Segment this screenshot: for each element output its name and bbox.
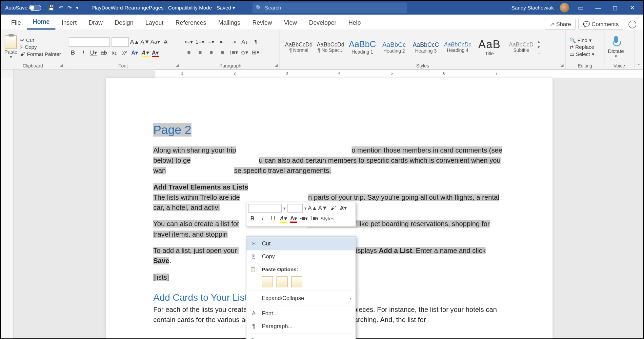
mini-clear-format-icon[interactable]: A̷▾ — [339, 204, 348, 213]
ctx-paragraph[interactable]: ¶Paragraph... — [246, 320, 356, 333]
mini-underline-button[interactable]: U — [269, 214, 277, 223]
subscript-button[interactable]: x₂ — [110, 48, 118, 57]
italic-button[interactable]: I — [79, 48, 87, 57]
strike-button[interactable]: ab — [100, 48, 108, 57]
style-heading-3[interactable]: AaBbCcCHeading 3 — [410, 35, 441, 59]
tab-references[interactable]: References — [169, 16, 212, 30]
mini-bullets-button[interactable]: •≡▾ — [300, 214, 308, 223]
paste-button[interactable]: Paste ▼ — [4, 35, 18, 59]
ribbon-display-icon[interactable]: ▭ — [575, 4, 586, 11]
horizontal-ruler[interactable]: 1234567 — [1, 69, 643, 78]
style-heading-4[interactable]: AaBbCcDcHeading 4 — [442, 35, 473, 59]
close-icon[interactable]: ✕ — [627, 4, 638, 11]
decrease-indent-button[interactable]: ⇤ — [218, 38, 226, 46]
multilevel-button[interactable]: ≡▾ — [207, 38, 216, 46]
font-name-input[interactable] — [69, 37, 110, 47]
replace-button[interactable]: ⇄Replace — [569, 44, 595, 50]
paste-keep-source-icon[interactable] — [262, 276, 273, 287]
copy-button[interactable]: ⎘Copy — [20, 44, 61, 50]
bullets-button[interactable]: •≡▾ — [185, 38, 193, 46]
style-heading-2[interactable]: AaBbCcHeading 2 — [379, 35, 409, 59]
heading-page2[interactable]: Page 2 — [153, 123, 191, 137]
redo-icon[interactable]: ↷ — [67, 5, 72, 11]
ctx-expand-collapse[interactable]: Expand/Collapse› — [246, 292, 356, 305]
find-button[interactable]: 🔍Find ▾ — [569, 37, 595, 43]
increase-indent-button[interactable]: ⇥ — [229, 38, 238, 46]
align-right-button[interactable]: ≡ — [207, 48, 216, 56]
font-size-input[interactable] — [112, 37, 129, 47]
grow-font-icon[interactable]: A▲ — [130, 38, 139, 46]
undo-icon[interactable]: ↶ — [59, 5, 63, 11]
mini-shrink-font-icon[interactable]: A▼ — [319, 204, 327, 213]
tab-design[interactable]: Design — [109, 16, 140, 30]
tab-help[interactable]: Help — [342, 16, 367, 30]
shrink-font-icon[interactable]: A▼ — [141, 38, 149, 46]
ctx-cut[interactable]: ✂Cut — [246, 237, 356, 250]
borders-button[interactable]: ⊞▾ — [251, 48, 260, 56]
collapse-ribbon-icon[interactable]: ˄ — [635, 30, 643, 69]
tab-mailings[interactable]: Mailings — [212, 16, 246, 30]
mini-numbering-button[interactable]: 1≡▾ — [310, 214, 318, 223]
change-case-icon[interactable]: Aa▾ — [151, 38, 160, 46]
style-subtitle[interactable]: AaBbCcDSubtitle — [506, 35, 537, 59]
mini-size-input[interactable] — [287, 204, 303, 213]
dialog-launcher-icon[interactable]: ◢ — [561, 63, 564, 67]
tab-developer[interactable]: Developer — [303, 16, 342, 30]
mini-font-input[interactable] — [248, 204, 282, 213]
justify-button[interactable]: ≡ — [218, 48, 226, 56]
format-painter-button[interactable]: 🖌Format Painter — [20, 51, 61, 57]
tab-review[interactable]: Review — [246, 16, 278, 30]
cut-button[interactable]: ✂Cut — [20, 37, 61, 43]
style-heading-1[interactable]: AaBbCHeading 1 — [347, 35, 378, 59]
mini-highlight-button[interactable]: A▾ — [279, 214, 287, 223]
bold-button[interactable]: B — [69, 48, 77, 57]
font-color-button[interactable]: A▾ — [151, 48, 160, 57]
highlight-button[interactable]: A▾ — [141, 48, 149, 57]
superscript-button[interactable]: x² — [120, 48, 129, 57]
mini-format-painter-icon[interactable]: 🖌 — [329, 204, 337, 213]
paste-merge-icon[interactable] — [277, 276, 288, 287]
show-marks-button[interactable]: ¶ — [251, 38, 260, 46]
mini-italic-button[interactable]: I — [258, 214, 267, 223]
tab-insert[interactable]: Insert — [56, 16, 83, 30]
underline-button[interactable]: U▾ — [89, 48, 98, 57]
text-effects-button[interactable]: A▾ — [130, 48, 139, 57]
shading-button[interactable]: ◇▾ — [240, 48, 249, 56]
dialog-launcher-icon[interactable]: ◢ — [60, 63, 63, 67]
toggle-off-icon[interactable] — [29, 5, 41, 11]
search-box[interactable]: 🔍 Search — [252, 3, 407, 13]
dialog-launcher-icon[interactable]: ◢ — [275, 63, 278, 67]
username-label[interactable]: Sandy Stachowiak — [511, 5, 554, 11]
align-left-button[interactable]: ≡ — [185, 48, 193, 56]
mini-fontcolor-button[interactable]: A▾ — [289, 214, 298, 223]
numbering-button[interactable]: 1≡▾ — [196, 38, 204, 46]
ctx-smart-lookup[interactable]: 🔍Smart Lookup — [246, 335, 356, 339]
ctx-copy[interactable]: ⎘Copy — [246, 250, 356, 263]
tab-home[interactable]: Home — [27, 15, 56, 29]
style-title[interactable]: AaBTitle — [474, 35, 505, 59]
align-center-button[interactable]: ≡ — [196, 48, 204, 56]
dialog-launcher-icon[interactable]: ◢ — [176, 63, 179, 67]
comments-button[interactable]: 💬Comments — [578, 19, 623, 30]
autosave-toggle[interactable]: AutoSave — [3, 5, 44, 11]
user-avatar[interactable] — [560, 3, 569, 13]
select-button[interactable]: ▭Select ▾ — [569, 51, 595, 57]
qat-customize-icon[interactable]: ▾ — [76, 5, 79, 11]
ctx-font[interactable]: AFont... — [246, 307, 356, 320]
dictate-button[interactable]: Dictate ▼ — [608, 36, 624, 58]
tab-layout[interactable]: Layout — [139, 16, 169, 30]
sort-button[interactable]: A↓ — [240, 38, 249, 46]
feedback-icon[interactable] — [628, 20, 636, 28]
vertical-ruler[interactable] — [1, 78, 14, 339]
mini-styles-button[interactable]: Styles — [320, 215, 334, 222]
mini-bold-button[interactable]: B — [248, 214, 257, 223]
tab-draw[interactable]: Draw — [83, 16, 109, 30]
style--normal[interactable]: AaBbCcDd¶ Normal — [283, 35, 314, 59]
tab-file[interactable]: File — [5, 16, 27, 30]
clear-format-icon[interactable]: A̷ — [161, 38, 170, 46]
share-button[interactable]: ↗Share — [545, 19, 576, 30]
line-spacing-button[interactable]: ↕≡▾ — [229, 48, 238, 56]
style--no-spac-[interactable]: AaBbCcDd¶ No Spac... — [315, 35, 346, 59]
paste-text-only-icon[interactable] — [291, 276, 302, 287]
save-icon[interactable]: 💾 — [48, 5, 55, 11]
